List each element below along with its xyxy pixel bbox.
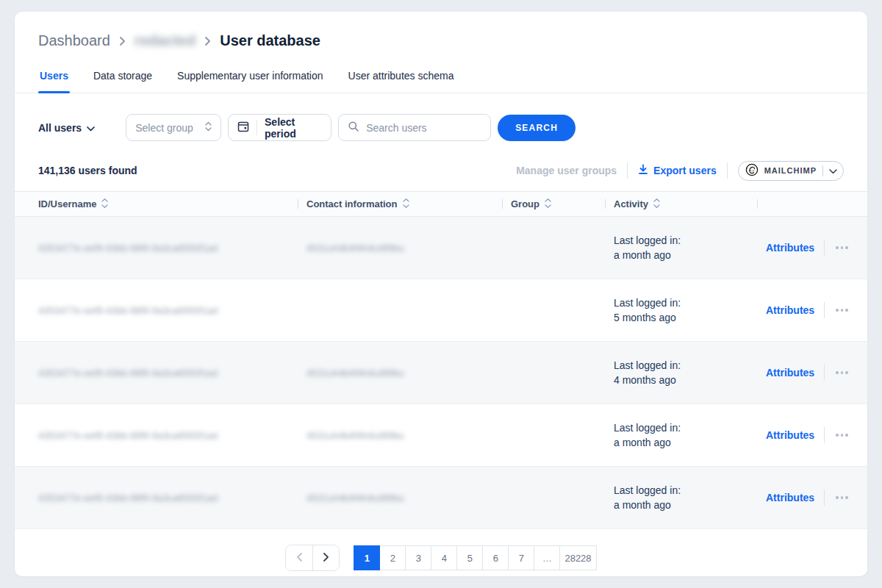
last-logged-in-value: 4 months ago — [614, 373, 757, 387]
page-ellipsis: … — [534, 545, 560, 570]
table-row: 4353477e-eef9-43bb-98f9-9a3ca6593f1ad453… — [15, 404, 867, 467]
page-button-3[interactable]: 3 — [405, 545, 431, 570]
cell-contact-information: 4531uh4b4f4h4cd99bu — [298, 492, 502, 503]
table-row: 4353477e-eef9-43bb-98f9-9a3ca6593f1ad453… — [15, 217, 867, 279]
user-id-blurred: 4353477e-eef9-43bb-98f9-9a3ca6593f1ad — [38, 305, 218, 316]
table-body: 4353477e-eef9-43bb-98f9-9a3ca6593f1ad453… — [15, 217, 867, 529]
chevron-left-icon — [296, 552, 303, 564]
divider — [727, 162, 728, 179]
pagination: 1234567…28228 — [15, 529, 867, 576]
last-logged-in-label: Last logged in: — [614, 483, 757, 498]
cell-activity: Last logged in:a month ago — [605, 420, 757, 451]
column-header-id-username[interactable]: ID/Username — [15, 192, 298, 216]
attributes-button[interactable]: Attributes — [766, 429, 814, 441]
row-menu-button[interactable] — [834, 242, 850, 254]
mailchimp-label: MAILCHIMP — [764, 166, 817, 175]
attributes-button[interactable]: Attributes — [766, 304, 814, 316]
divider — [627, 162, 628, 179]
cell-actions: Attributes — [757, 365, 867, 381]
row-menu-button[interactable] — [834, 304, 850, 316]
dot — [836, 496, 839, 499]
cell-id-username: 4353477e-eef9-43bb-98f9-9a3ca6593f1ad — [15, 304, 298, 316]
tab-bar: Users Data storage Supplementary user in… — [15, 67, 867, 93]
cell-contact-information: 4531uh4b4f4h4cd99bu — [298, 367, 502, 379]
chevron-right-icon — [204, 36, 211, 46]
column-label: ID/Username — [38, 198, 96, 209]
dot — [841, 246, 844, 249]
select-group-dropdown[interactable]: Select group — [126, 114, 221, 141]
updown-stepper-icon — [205, 121, 212, 134]
export-users-button[interactable]: Export users — [638, 164, 717, 177]
next-page-button[interactable] — [312, 545, 339, 570]
all-users-dropdown[interactable]: All users — [38, 122, 95, 134]
last-logged-in-label: Last logged in: — [614, 358, 757, 373]
table-row: 4353477e-eef9-43bb-98f9-9a3ca6593f1adLas… — [15, 279, 867, 342]
breadcrumb-dashboard[interactable]: Dashboard — [38, 32, 110, 49]
all-users-label: All users — [38, 122, 82, 134]
tab-user-attributes-schema[interactable]: User attributes schema — [347, 67, 456, 93]
user-database-card: Dashboard redacted User database Users D… — [15, 12, 867, 576]
dot — [845, 309, 848, 312]
contact-info-blurred: 4531uh4b4f4h4cd99bu — [306, 492, 404, 503]
column-header-activity[interactable]: Activity — [605, 192, 757, 216]
cell-id-username: 4353477e-eef9-43bb-98f9-9a3ca6593f1ad — [15, 492, 298, 503]
page-button-2[interactable]: 2 — [379, 545, 406, 570]
divider — [822, 165, 823, 176]
tab-users[interactable]: Users — [38, 67, 70, 93]
table-row: 4353477e-eef9-43bb-98f9-9a3ca6593f1ad453… — [15, 342, 867, 404]
cell-actions: Attributes — [757, 490, 867, 506]
contact-info-blurred: 4531uh4b4f4h4cd99bu — [306, 368, 404, 379]
previous-page-button[interactable] — [286, 545, 312, 570]
attributes-button[interactable]: Attributes — [766, 492, 814, 503]
cell-actions: Attributes — [757, 240, 867, 256]
breadcrumb-project-blurred[interactable]: redacted — [135, 32, 196, 49]
column-header-contact-information[interactable]: Contact information — [298, 192, 502, 216]
select-group-placeholder: Select group — [135, 122, 193, 134]
cell-activity: Last logged in:a month ago — [605, 233, 757, 263]
divider — [824, 427, 825, 443]
dot — [841, 309, 844, 312]
dot — [841, 371, 844, 374]
mailchimp-button[interactable]: MAILCHIMP — [738, 161, 844, 181]
tab-supplementary-user-information[interactable]: Supplementary user information — [176, 67, 324, 93]
row-menu-button[interactable] — [834, 367, 850, 379]
column-label: Group — [511, 198, 539, 209]
chevron-right-icon — [119, 36, 126, 46]
chevron-down-icon — [829, 165, 837, 176]
page-number-list: 1234567…28228 — [354, 545, 596, 570]
row-menu-button[interactable] — [834, 492, 850, 503]
sort-icon — [403, 198, 409, 210]
page-button-1[interactable]: 1 — [354, 545, 380, 570]
sort-icon — [653, 198, 660, 210]
tab-data-storage[interactable]: Data storage — [92, 67, 154, 93]
page-button-6[interactable]: 6 — [482, 545, 509, 570]
table-row: 4353477e-eef9-43bb-98f9-9a3ca6593f1ad453… — [15, 467, 867, 529]
sort-icon — [545, 198, 551, 210]
search-input[interactable] — [366, 122, 476, 134]
page-button-5[interactable]: 5 — [456, 545, 483, 570]
download-icon — [638, 164, 648, 177]
attributes-button[interactable]: Attributes — [766, 367, 814, 379]
select-period-datepicker[interactable]: Select period — [228, 114, 331, 141]
table-header: ID/Username Contact information Group Ac… — [15, 191, 867, 217]
page-button-28228[interactable]: 28228 — [559, 545, 596, 570]
pagination-nav — [285, 545, 340, 571]
contact-info-blurred: 4531uh4b4f4h4cd99bu — [306, 430, 404, 441]
dot — [836, 246, 839, 249]
page-button-7[interactable]: 7 — [508, 545, 534, 570]
search-button[interactable]: SEARCH — [498, 115, 576, 141]
attributes-button[interactable]: Attributes — [766, 242, 814, 254]
cell-actions: Attributes — [757, 302, 867, 318]
cell-activity: Last logged in:4 months ago — [605, 358, 757, 388]
dot — [845, 371, 848, 374]
manage-user-groups-button[interactable]: Manage user groups — [516, 165, 617, 176]
row-menu-button[interactable] — [834, 429, 850, 441]
search-box — [338, 114, 491, 141]
last-logged-in-value: a month ago — [614, 248, 757, 262]
column-label: Contact information — [306, 198, 398, 209]
column-header-group[interactable]: Group — [502, 192, 605, 216]
dot — [841, 434, 844, 437]
summary-actions: Manage user groups Export users MAILCHIM… — [516, 161, 844, 181]
cell-contact-information: 4531uh4b4f4h4cd99bu — [298, 242, 502, 254]
page-button-4[interactable]: 4 — [431, 545, 457, 570]
